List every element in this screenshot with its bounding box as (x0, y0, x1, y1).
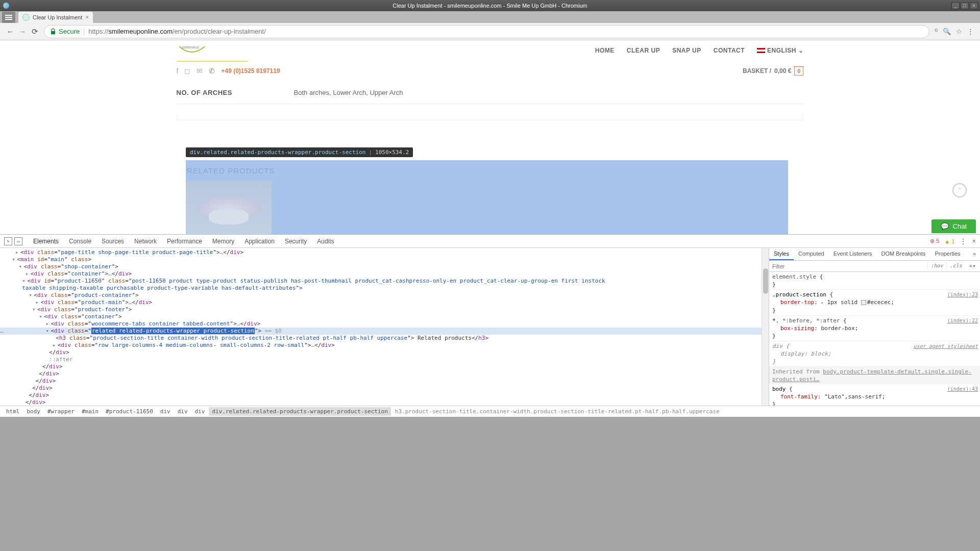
svg-text:smilemeup: smilemeup (182, 45, 199, 49)
facebook-icon[interactable]: f (177, 67, 179, 75)
flag-icon (757, 48, 765, 53)
nav-language[interactable]: ENGLISH ⌄ (757, 47, 803, 54)
warning-count[interactable]: ▲ 1 (944, 238, 954, 244)
email-icon[interactable]: ✉ (197, 67, 203, 75)
tooltip-dims: 1050×534.2 (375, 149, 409, 156)
styles-tab-properties[interactable]: Properties (930, 248, 965, 260)
bookmark-icon[interactable]: ☆ (956, 28, 962, 35)
cls-toggle[interactable]: .cls (946, 261, 965, 271)
related-products-heading: RELATED PRODUCTS (186, 160, 788, 181)
site-header: smilemeup HOME CLEAR UP SNAP UP CONTACT … (0, 40, 980, 61)
os-titlebar: Clear Up Instalment - smilemeuponline.co… (0, 0, 980, 11)
styles-tab-dom-bp[interactable]: DOM Breakpoints (877, 248, 930, 260)
tab-title: Clear Up Instalment (33, 14, 82, 20)
web-page: smilemeup HOME CLEAR UP SNAP UP CONTACT … (0, 40, 980, 234)
os-launcher-icon[interactable] (2, 12, 15, 23)
styles-pane: Styles Computed Event Listeners DOM Brea… (769, 248, 980, 406)
styles-rules[interactable]: element.style {} (index):23.product-sect… (769, 272, 980, 406)
site-logo[interactable]: smilemeup (177, 44, 207, 57)
tab-network[interactable]: Network (130, 235, 161, 247)
tab-sources[interactable]: Sources (97, 235, 129, 247)
browser-tabstrip: Clear Up Instalment × (0, 11, 980, 23)
styles-tab-computed[interactable]: Computed (794, 248, 829, 260)
devtools-element-tooltip: divdiv.related.related-products-wrapper.… (186, 147, 413, 157)
attribute-name: NO. OF ARCHES (177, 89, 294, 96)
devtools-menu-icon[interactable]: ⋮ (960, 237, 967, 245)
tab-favicon-icon (22, 14, 30, 21)
basket-count: 0 (794, 66, 803, 76)
styles-tab-styles[interactable]: Styles (769, 248, 794, 260)
devtools-panel: ⬉ ▭ Elements Console Sources Network Per… (0, 234, 980, 417)
dom-selected-line: … ▾<div class="related related-products-… (0, 328, 762, 335)
toolbar-actions: ᴳ 🔍 ☆ ⋮ (933, 28, 976, 35)
dom-breadcrumbs[interactable]: html body #wrapper #main #product-11650 … (0, 406, 980, 417)
related-product-image[interactable] (186, 181, 272, 234)
nav-clearup[interactable]: CLEAR UP (627, 47, 660, 54)
forward-button: → (16, 26, 29, 38)
back-button[interactable]: ← (4, 26, 16, 38)
devtools-toolbar: ⬉ ▭ Elements Console Sources Network Per… (0, 235, 980, 248)
window-close-icon[interactable] (3, 3, 9, 9)
tab-application[interactable]: Application (240, 235, 279, 247)
phone-number[interactable]: +49 (0)1525 8197119 (221, 67, 280, 74)
dom-scrollbar[interactable] (762, 248, 769, 406)
devtools-close-icon[interactable]: × (972, 237, 976, 245)
browser-tab[interactable]: Clear Up Instalment × (18, 12, 93, 23)
address-bar[interactable]: Secure https://smilemeuponline.com/en/pr… (44, 25, 929, 38)
styles-tabs: Styles Computed Event Listeners DOM Brea… (769, 248, 980, 261)
styles-filter-input[interactable] (769, 261, 927, 271)
nav-snapup[interactable]: SNAP UP (672, 47, 701, 54)
styles-tabs-more-icon[interactable]: » (969, 248, 980, 260)
tab-elements[interactable]: Elements (29, 235, 63, 247)
attribute-row: NO. OF ARCHES Both arches, Lower Arch, U… (177, 89, 804, 104)
window-maximize-icon[interactable]: □ (961, 2, 969, 9)
error-count[interactable]: ⊗ 5 (930, 238, 939, 244)
tab-memory[interactable]: Memory (208, 235, 239, 247)
main-nav: HOME CLEAR UP SNAP UP CONTACT ENGLISH ⌄ (595, 47, 804, 54)
tab-console[interactable]: Console (64, 235, 96, 247)
window-title: Clear Up Instalment - smilemeuponline.co… (393, 3, 587, 9)
menu-icon[interactable]: ⋮ (967, 28, 974, 35)
devtools-tabs: Elements Console Sources Network Perform… (29, 235, 339, 247)
tab-audits[interactable]: Audits (312, 235, 338, 247)
whatsapp-icon[interactable]: ✆ (209, 67, 215, 75)
new-rule-icon[interactable]: +▾ (965, 261, 980, 271)
browser-toolbar: ← → ⟳ Secure https://smilemeuponline.com… (0, 23, 980, 40)
social-links: f ◻ ✉ ✆ +49 (0)1525 8197119 (177, 67, 280, 75)
site-header-secondary: f ◻ ✉ ✆ +49 (0)1525 8197119 BASKET / 0,0… (0, 62, 980, 80)
nav-contact[interactable]: CONTACT (714, 47, 745, 54)
basket-link[interactable]: BASKET / 0,00 € 0 (743, 66, 803, 76)
instagram-icon[interactable]: ◻ (184, 67, 190, 75)
tab-performance[interactable]: Performance (162, 235, 207, 247)
hov-toggle[interactable]: :hov (927, 261, 946, 271)
device-toolbar-icon[interactable]: ▭ (14, 237, 22, 245)
tab-security[interactable]: Security (280, 235, 311, 247)
chat-icon: 💬 (941, 222, 949, 230)
translate-icon[interactable]: ᴳ (935, 28, 938, 35)
reload-button[interactable]: ⟳ (29, 26, 41, 38)
chat-widget[interactable]: 💬 Chat (932, 219, 976, 233)
window-close-button[interactable]: × (970, 2, 978, 9)
dom-tree[interactable]: ▸<div class="page-title shop-page-title … (0, 248, 762, 406)
nav-home[interactable]: HOME (595, 47, 615, 54)
url-text: https://smilemeuponline.com/en/product/c… (88, 28, 266, 35)
lock-icon (50, 28, 57, 35)
attribute-value: Both arches, Lower Arch, Upper Arch (294, 89, 403, 96)
zoom-icon[interactable]: 🔍 (943, 28, 951, 35)
secure-badge: Secure (50, 28, 80, 35)
tab-close-icon[interactable]: × (85, 14, 89, 21)
window-minimize-icon[interactable]: _ (951, 2, 960, 9)
styles-tab-listeners[interactable]: Event Listeners (829, 248, 877, 260)
inspect-element-icon[interactable]: ⬉ (4, 237, 12, 245)
chevron-down-icon: ⌄ (798, 47, 804, 54)
inspected-element-highlight: RELATED PRODUCTS (186, 160, 788, 234)
window-controls: _ □ × (951, 2, 978, 9)
scroll-to-top-button[interactable]: ⌃ (952, 183, 967, 197)
